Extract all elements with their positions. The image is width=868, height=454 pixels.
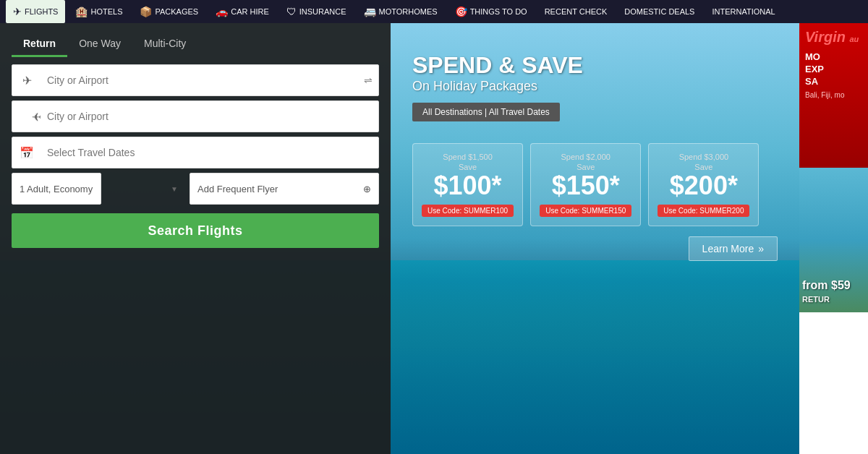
passengers-select[interactable]: 1 Adult, Economy bbox=[12, 173, 101, 205]
packages-icon: 📦 bbox=[140, 6, 152, 17]
search-form-panel: Return One Way Multi-City ✈ ⇌ ✈ bbox=[0, 23, 391, 454]
nav-insurance[interactable]: 🛡 INSURANCE bbox=[279, 0, 354, 23]
nav-car-hire[interactable]: 🚗 CAR HIRE bbox=[208, 0, 276, 23]
sidebar-image: from $59 RETUR bbox=[799, 168, 868, 312]
nav-international[interactable]: INTERNATIONAL bbox=[705, 0, 782, 23]
motorhomes-icon: 🚐 bbox=[364, 6, 376, 17]
nav-flights[interactable]: ✈ FLIGHTS bbox=[6, 0, 65, 23]
main-area: Return One Way Multi-City ✈ ⇌ ✈ bbox=[0, 23, 868, 454]
promo-spend-3: Spend $3,000 bbox=[658, 153, 749, 161]
promo-amount-3: $200* bbox=[658, 173, 749, 199]
tab-return[interactable]: Return bbox=[12, 32, 67, 57]
ad-headline: MO EXP SA bbox=[805, 51, 862, 88]
tab-multi-city[interactable]: Multi-City bbox=[132, 32, 197, 57]
promo-card-150: Spend $2,000 Save $150* Use Code: SUMMER… bbox=[530, 143, 641, 226]
hero-content: SPEND & SAVE On Holiday Packages All Des… bbox=[391, 23, 799, 454]
nav-hotels[interactable]: 🏨 HOTELS bbox=[68, 0, 129, 23]
right-sidebar: Virgin au MO EXP SA Bali, Fiji, mo from … bbox=[799, 23, 868, 454]
nav-domestic-deals[interactable]: DOMESTIC DEALS bbox=[617, 0, 702, 23]
nav-things-to-do[interactable]: 🎯 THINGS TO DO bbox=[448, 0, 535, 23]
promo-card-200: Spend $3,000 Save $200* Use Code: SUMMER… bbox=[648, 143, 759, 226]
learn-more-button[interactable]: Learn More » bbox=[689, 236, 778, 261]
add-icon: ⊕ bbox=[363, 184, 371, 194]
swap-button[interactable]: ⇌ bbox=[364, 74, 373, 86]
promo-card-100: Spend $1,500 Save $100* Use Code: SUMMER… bbox=[412, 143, 523, 226]
to-input[interactable] bbox=[41, 111, 378, 122]
search-flights-button[interactable]: Search Flights bbox=[12, 213, 379, 248]
from-field-row: ✈ ⇌ bbox=[12, 64, 379, 96]
promo-spend-1: Spend $1,500 bbox=[422, 153, 514, 161]
virgin-ad[interactable]: Virgin au MO EXP SA Bali, Fiji, mo bbox=[799, 23, 868, 168]
hero-title: SPEND & SAVE bbox=[412, 52, 778, 79]
promo-spend-2: Spend $2,000 bbox=[540, 153, 631, 161]
nav-packages[interactable]: 📦 PACKAGES bbox=[132, 0, 205, 23]
from-input[interactable] bbox=[41, 74, 378, 86]
departure-plane-icon: ✈ bbox=[12, 74, 41, 87]
top-navigation: ✈ FLIGHTS 🏨 HOTELS 📦 PACKAGES 🚗 CAR HIRE… bbox=[0, 0, 868, 23]
chevron-right-icon: » bbox=[758, 243, 764, 254]
car-icon: 🚗 bbox=[216, 6, 228, 17]
trip-type-tabs: Return One Way Multi-City bbox=[0, 23, 391, 57]
all-destinations-button[interactable]: All Destinations | All Travel Dates bbox=[412, 103, 560, 121]
ad-subtext: Bali, Fiji, mo bbox=[805, 91, 862, 99]
to-field-row: ✈ bbox=[12, 100, 379, 132]
nav-recent-check[interactable]: RECENT CHECK bbox=[537, 0, 615, 23]
promo-code-btn-1[interactable]: Use Code: SUMMER100 bbox=[422, 205, 514, 217]
promo-amount-2: $150* bbox=[540, 173, 631, 199]
dates-field-row: 📅 bbox=[12, 137, 379, 168]
passengers-flyer-row: 1 Adult, Economy Add Frequent Flyer ⊕ bbox=[12, 173, 379, 205]
frequent-flyer-button[interactable]: Add Frequent Flyer ⊕ bbox=[190, 173, 379, 205]
promo-cards-container: Spend $1,500 Save $100* Use Code: SUMMER… bbox=[412, 143, 778, 226]
passengers-wrapper: 1 Adult, Economy bbox=[12, 173, 185, 205]
insurance-icon: 🛡 bbox=[286, 6, 297, 17]
sidebar-price: from $59 RETUR bbox=[802, 279, 851, 305]
form-fields: ✈ ⇌ ✈ 📅 1 Adult, Economy bbox=[0, 57, 391, 255]
promo-code-btn-3[interactable]: Use Code: SUMMER200 bbox=[658, 205, 749, 217]
things-icon: 🎯 bbox=[455, 6, 467, 17]
tab-one-way[interactable]: One Way bbox=[67, 32, 132, 57]
promo-amount-1: $100* bbox=[422, 173, 514, 199]
virgin-logo: Virgin au bbox=[805, 29, 862, 46]
promo-code-btn-2[interactable]: Use Code: SUMMER150 bbox=[540, 205, 631, 217]
nav-motorhomes[interactable]: 🚐 MOTORHOMES bbox=[357, 0, 445, 23]
flights-icon: ✈ bbox=[13, 6, 22, 17]
arrival-plane-icon: ✈ bbox=[12, 110, 41, 124]
dates-input[interactable] bbox=[41, 147, 378, 158]
hotels-icon: 🏨 bbox=[75, 6, 88, 17]
calendar-icon: 📅 bbox=[12, 146, 41, 160]
hero-subtitle: On Holiday Packages bbox=[412, 79, 778, 94]
